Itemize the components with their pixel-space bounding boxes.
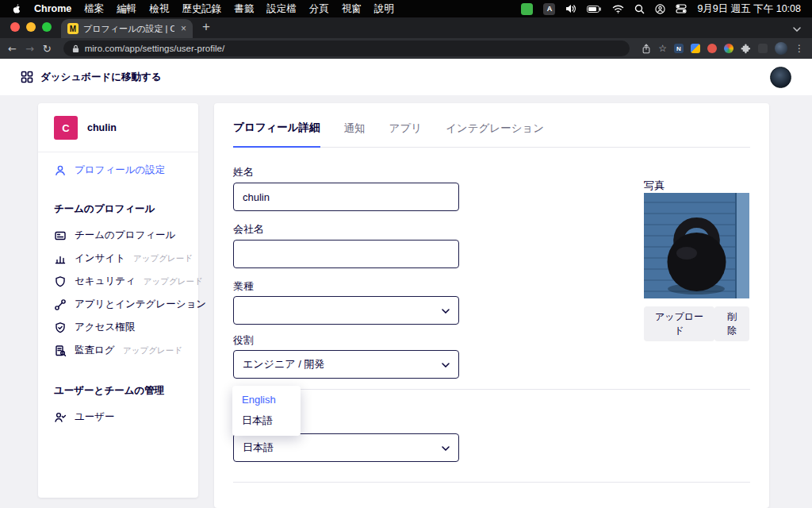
browser-tabstrip: M プロフィールの設定 | Online Wh × + xyxy=(0,17,812,38)
sidebar-item-insights[interactable]: インサイト アップグレード xyxy=(38,247,198,270)
person-icon xyxy=(54,164,67,177)
kebab-menu-icon[interactable]: ⋮ xyxy=(795,43,804,54)
profile-settings-panel: プロフィール詳細 通知 アプリ インテグレーション 姓名 会社名 業種 役割 エ… xyxy=(214,103,769,508)
star-icon[interactable]: ☆ xyxy=(658,43,667,54)
menu-item-tabs[interactable]: 分頁 xyxy=(309,2,329,16)
role-select[interactable]: エンジニア / 開発 xyxy=(233,350,459,379)
wifi-icon[interactable] xyxy=(612,5,624,13)
address-bar[interactable]: miro.com/app/settings/user-profile/ xyxy=(63,40,630,56)
company-label: 会社名 xyxy=(233,222,264,237)
upload-button[interactable]: アップロード xyxy=(644,306,714,341)
industry-label: 業種 xyxy=(233,279,254,294)
a-app-icon[interactable]: A xyxy=(543,3,555,15)
menu-item-history[interactable]: 歷史記錄 xyxy=(182,2,221,16)
extension-icon-drive[interactable] xyxy=(691,44,700,53)
sidebar-heading-admin: ユーザーとチームの管理 xyxy=(38,384,198,398)
sidebar-item-audit-log[interactable]: 監査ログ アップグレード xyxy=(38,339,198,362)
dashboard-link[interactable]: ダッシュボードに移動する xyxy=(21,71,162,84)
sidebar-avatar: C xyxy=(54,116,78,140)
sidebar-item-profile-settings[interactable]: プロフィールの設定 xyxy=(38,152,198,183)
sidebar-item-label: チームのプロフィール xyxy=(75,229,175,242)
menubar-clock[interactable]: 9月9日 週五 下午 10:08 xyxy=(697,2,801,16)
control-center-icon[interactable] xyxy=(676,4,687,13)
menu-item-profiles[interactable]: 設定檔 xyxy=(266,2,297,16)
share-icon[interactable] xyxy=(642,44,651,54)
shield-check-icon xyxy=(54,321,67,334)
reload-icon[interactable]: ↻ xyxy=(43,43,52,55)
tab-search-chevron-icon[interactable] xyxy=(793,27,812,38)
search-icon[interactable] xyxy=(634,4,645,14)
sidebar-item-apps-integrations[interactable]: アプリとインテグレーション xyxy=(38,293,198,316)
sidebar-user: C chulin xyxy=(38,116,198,152)
sidebar-item-users[interactable]: ユーザー xyxy=(38,406,198,429)
sidebar-item-permissions[interactable]: アクセス権限 xyxy=(38,316,198,339)
green-app-icon[interactable] xyxy=(521,3,533,15)
macos-menubar: Chrome 檔案 編輯 檢視 歷史記錄 書籤 設定檔 分頁 視窗 說明 A 9… xyxy=(0,0,812,17)
user-menu-icon[interactable] xyxy=(655,4,665,14)
page-header: ダッシュボードに移動する xyxy=(0,59,812,95)
lock-icon[interactable] xyxy=(72,44,79,53)
language-select[interactable]: 日本語 xyxy=(233,433,459,462)
dropdown-option-japanese[interactable]: 日本語 xyxy=(232,410,301,432)
extension-icon-colorwheel[interactable] xyxy=(724,44,733,53)
menu-item-file[interactable]: 檔案 xyxy=(84,2,104,16)
upgrade-badge: アップグレード xyxy=(144,276,203,287)
sidebar-item-security[interactable]: セキュリティ アップグレード xyxy=(38,270,198,293)
menu-item-view[interactable]: 檢視 xyxy=(149,2,169,16)
company-field[interactable] xyxy=(233,240,459,268)
extension-icon-n[interactable]: N xyxy=(674,44,684,53)
sidebar-item-team-profile[interactable]: チームのプロフィール xyxy=(38,224,198,247)
minimize-button[interactable] xyxy=(26,22,36,32)
browser-tab[interactable]: M プロフィールの設定 | Online Wh × xyxy=(61,19,193,38)
role-select-value: エンジニア / 開発 xyxy=(243,357,324,371)
tab-notifications[interactable]: 通知 xyxy=(344,121,366,147)
tab-close-icon[interactable]: × xyxy=(179,23,186,34)
bar-chart-icon xyxy=(54,252,67,265)
new-tab-button[interactable]: + xyxy=(193,20,210,38)
menu-item-window[interactable]: 視窗 xyxy=(342,2,362,16)
document-search-icon xyxy=(54,344,67,357)
chevron-down-icon xyxy=(442,309,450,314)
sidebar-item-label: プロフィールの設定 xyxy=(75,164,165,177)
id-card-icon xyxy=(54,229,67,242)
tab-title: プロフィールの設定 | Online Wh xyxy=(83,23,174,35)
menu-item-edit[interactable]: 編輯 xyxy=(117,2,136,16)
battery-icon[interactable] xyxy=(587,6,602,13)
profile-photo xyxy=(644,193,749,298)
tab-integrations[interactable]: インテグレーション xyxy=(446,121,544,147)
settings-sidebar: C chulin プロフィールの設定 チームのプロフィール チームのプロフィール… xyxy=(38,103,198,498)
dropdown-option-english[interactable]: English xyxy=(232,390,301,410)
forward-icon[interactable]: → xyxy=(25,43,34,55)
sidebar-username: chulin xyxy=(87,122,117,133)
menu-item-bookmarks[interactable]: 書籤 xyxy=(234,2,254,16)
tab-apps[interactable]: アプリ xyxy=(389,121,422,147)
extension-icon-dark[interactable] xyxy=(758,44,768,53)
zoom-button[interactable] xyxy=(42,22,52,32)
delete-button[interactable]: 削除 xyxy=(714,306,749,341)
browser-profile-avatar[interactable] xyxy=(775,42,787,55)
section-divider xyxy=(233,389,750,390)
speaker-icon[interactable] xyxy=(565,4,576,13)
tab-profile-details[interactable]: プロフィール詳細 xyxy=(233,121,320,148)
menubar-app-name[interactable]: Chrome xyxy=(34,3,71,14)
menu-item-help[interactable]: 說明 xyxy=(374,2,394,16)
industry-select[interactable] xyxy=(233,296,459,325)
dashboard-grid-icon xyxy=(21,71,33,83)
close-button[interactable] xyxy=(10,22,20,32)
dashboard-link-label: ダッシュボードに移動する xyxy=(40,71,162,84)
puzzle-icon[interactable] xyxy=(741,44,751,54)
sidebar-heading-team: チームのプロフィール xyxy=(38,202,198,216)
photo-label: 写真 xyxy=(644,179,665,193)
settings-tabs: プロフィール詳細 通知 アプリ インテグレーション xyxy=(233,103,750,148)
header-avatar[interactable] xyxy=(770,67,791,88)
url-text: miro.com/app/settings/user-profile/ xyxy=(85,44,224,53)
name-field[interactable] xyxy=(233,183,459,211)
apple-icon[interactable] xyxy=(11,3,21,15)
language-select-value: 日本語 xyxy=(243,441,274,455)
chevron-down-icon xyxy=(442,446,450,451)
shield-icon xyxy=(54,275,67,288)
section-divider xyxy=(233,482,750,483)
extension-icon-red[interactable] xyxy=(707,44,717,53)
back-icon[interactable]: ← xyxy=(8,43,17,55)
sidebar-item-label: アプリとインテグレーション xyxy=(75,298,206,311)
